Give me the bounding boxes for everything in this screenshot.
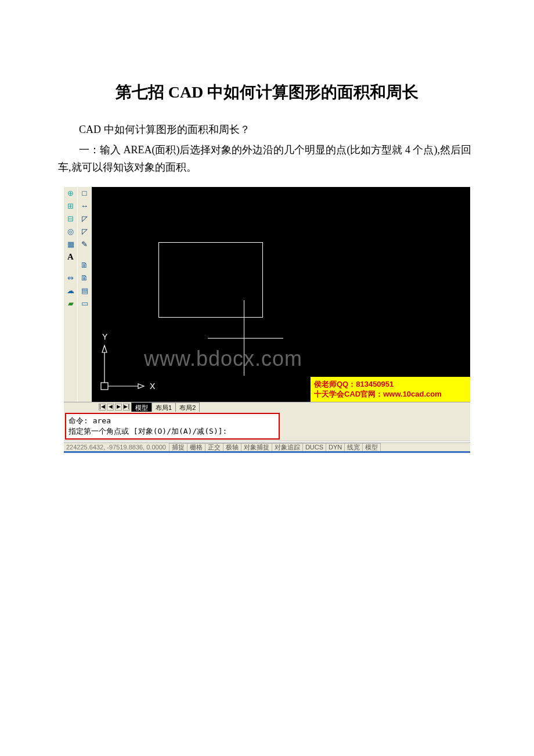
page-title: 第七招 CAD 中如何计算图形的面积和周长 (58, 81, 476, 103)
paragraph-2: 一：输入 AREA(面积)后选择对象的外边沿的几个明显的点(比如方型就 4 个点… (58, 141, 476, 177)
ucs-x-label: X (150, 381, 156, 391)
svg-marker-2 (138, 384, 144, 388)
drawing-rectangle (158, 242, 263, 318)
tool-icon[interactable]: □ (80, 188, 90, 199)
command-prompt-line: 指定第一个角点或 [对象(O)/加(A)/减(S)]: (68, 426, 276, 437)
status-osnap[interactable]: 对象捕捉 (241, 443, 272, 452)
tool-icon[interactable]: ◎ (66, 226, 76, 237)
tab-next-icon[interactable]: ▶ (115, 404, 122, 411)
promo-line-1: 侯老师QQ：813450951 (314, 379, 467, 390)
svg-rect-0 (101, 383, 108, 390)
tool-icon[interactable]: ✎ (80, 239, 90, 250)
tool-icon[interactable]: ↔ (80, 201, 90, 211)
crosshair-horizontal (208, 338, 283, 339)
command-line-box[interactable]: 命令: area 指定第一个角点或 [对象(O)/加(A)/减(S)]: (65, 413, 280, 440)
cad-upper: ⊕ ⊞ ⊟ ◎ ▦ A ⇔ ☁ ▰ □ ↔ ◸ ◸ ✎ 🗎 🗎 ▤ (64, 187, 470, 402)
toolbar-left-2: □ ↔ ◸ ◸ ✎ 🗎 🗎 ▤ ▭ (78, 187, 92, 402)
cad-screenshot: ⊕ ⊞ ⊟ ◎ ▦ A ⇔ ☁ ▰ □ ↔ ◸ ◸ ✎ 🗎 🗎 ▤ (64, 187, 470, 453)
tool-icon[interactable]: ▤ (80, 286, 90, 296)
tab-first-icon[interactable]: |◀ (99, 404, 106, 411)
cad-window: ⊕ ⊞ ⊟ ◎ ▦ A ⇔ ☁ ▰ □ ↔ ◸ ◸ ✎ 🗎 🗎 ▤ (64, 187, 470, 453)
tool-icon[interactable]: ⊕ (66, 188, 76, 199)
status-coords: 224225.6432, -97519.8836, 0.0000 (65, 444, 169, 451)
svg-marker-4 (102, 345, 107, 352)
tool-icon[interactable]: ▭ (80, 298, 90, 309)
status-lwt[interactable]: 线宽 (344, 443, 363, 452)
tool-icon[interactable]: ⊞ (66, 201, 76, 211)
status-polar[interactable]: 极轴 (223, 443, 241, 452)
tool-icon[interactable]: ☁ (66, 286, 76, 296)
tool-icon[interactable]: ⊟ (66, 214, 76, 224)
tool-icon[interactable]: ◸ (80, 226, 90, 237)
command-history-line: 命令: area (68, 416, 276, 426)
status-ducs[interactable]: DUCS (302, 443, 326, 452)
toolbar-left-1: ⊕ ⊞ ⊟ ◎ ▦ A ⇔ ☁ ▰ (64, 187, 78, 402)
tab-nav-buttons: |◀ ◀ ▶ ▶| (99, 402, 130, 412)
status-grid[interactable]: 栅格 (187, 443, 205, 452)
tab-last-icon[interactable]: ▶| (123, 404, 130, 411)
tool-icon[interactable]: ▰ (66, 298, 76, 309)
status-model[interactable]: 模型 (362, 443, 381, 452)
tab-layout1[interactable]: 布局1 (151, 402, 176, 412)
status-bar: 224225.6432, -97519.8836, 0.0000 捕捉 栅格 正… (64, 442, 470, 453)
tab-prev-icon[interactable]: ◀ (107, 404, 114, 411)
layout-tabbar: |◀ ◀ ▶ ▶| 模型 布局1 布局2 (64, 402, 470, 412)
tool-icon[interactable]: ◸ (80, 214, 90, 224)
paragraph-1: CAD 中如何计算图形的面积和周长？ (58, 121, 476, 139)
status-otrack[interactable]: 对象追踪 (272, 443, 303, 452)
status-ortho[interactable]: 正交 (205, 443, 223, 452)
tool-icon[interactable]: 🗎 (80, 260, 90, 271)
promo-line-2: 十天学会CAD官网：www.10cad.com (314, 389, 467, 399)
tab-model[interactable]: 模型 (131, 402, 152, 412)
tool-icon[interactable]: ⇔ (66, 273, 76, 283)
tab-layout2[interactable]: 布局2 (175, 402, 200, 412)
status-dyn[interactable]: DYN (326, 443, 345, 452)
tool-text-icon[interactable]: A (66, 252, 76, 262)
tool-icon[interactable]: 🗎 (80, 273, 90, 283)
cad-viewport[interactable]: X Y www.bdocx.com 侯老师QQ：813450951 十天学会CA… (92, 187, 470, 402)
watermark: www.bdocx.com (144, 347, 302, 371)
status-snap[interactable]: 捕捉 (169, 443, 187, 452)
tool-icon[interactable]: ▦ (66, 239, 76, 250)
promo-box: 侯老师QQ：813450951 十天学会CAD官网：www.10cad.com (311, 377, 470, 402)
ucs-y-label: Y (102, 332, 108, 341)
